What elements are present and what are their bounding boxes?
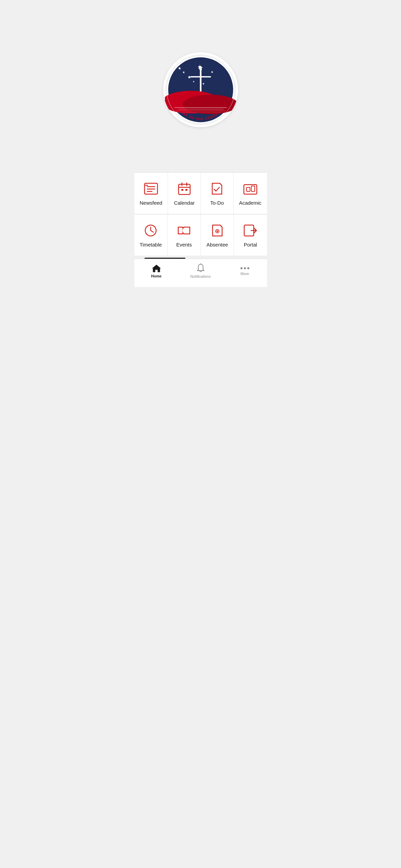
todo-icon (210, 182, 224, 195)
home-nav-label: Home (151, 274, 162, 278)
portal-button[interactable]: Portal (234, 215, 267, 256)
home-icon (152, 264, 161, 273)
nav-notifications[interactable]: Notifications (179, 259, 223, 287)
bell-icon (197, 263, 205, 273)
events-icon (177, 224, 191, 237)
svg-line-40 (151, 231, 153, 232)
more-icon (240, 266, 250, 270)
absentee-button[interactable]: Absentee (201, 215, 234, 256)
bottom-nav: Home Notifications More (134, 259, 267, 287)
svg-text:✦: ✦ (188, 75, 190, 79)
absentee-icon (210, 224, 224, 237)
logo-section: ✦ ✦ ✦ ✦ ✦ NOWRA ANGLI (150, 0, 252, 172)
newsfeed-label: Newsfeed (140, 200, 163, 206)
svg-text:✦: ✦ (198, 66, 202, 71)
grid-row-2: Timetable Events (134, 214, 267, 256)
main-content: ✦ ✦ ✦ ✦ ✦ NOWRA ANGLI (134, 0, 267, 259)
portal-label: Portal (244, 242, 257, 248)
todo-button[interactable]: To-Do (201, 173, 233, 214)
calendar-button[interactable]: Calendar (168, 173, 201, 214)
svg-rect-34 (185, 189, 187, 191)
svg-point-49 (240, 267, 243, 269)
svg-text:✦: ✦ (202, 82, 204, 85)
timetable-icon (144, 224, 158, 237)
academic-icon (243, 182, 257, 195)
svg-point-51 (247, 267, 249, 269)
svg-text:✦: ✦ (192, 80, 195, 83)
more-nav-label: More (240, 272, 249, 276)
newsfeed-icon (144, 182, 158, 195)
svg-point-15 (183, 95, 236, 114)
newsfeed-button[interactable]: Newsfeed (134, 173, 168, 214)
events-button[interactable]: Events (168, 215, 201, 256)
calendar-icon (177, 182, 191, 195)
nav-home[interactable]: Home (134, 259, 179, 287)
svg-point-50 (244, 267, 246, 269)
grid-row-1: Newsfeed Calendar (134, 172, 267, 214)
absentee-label: Absentee (206, 242, 228, 248)
events-label: Events (176, 242, 192, 248)
timetable-label: Timetable (140, 242, 162, 248)
svg-rect-37 (251, 186, 255, 191)
timetable-button[interactable]: Timetable (134, 215, 168, 256)
menu-grid: Newsfeed Calendar (134, 172, 267, 259)
svg-text:✦: ✦ (210, 70, 213, 74)
svg-rect-33 (181, 189, 183, 191)
nav-more[interactable]: More (223, 259, 267, 287)
academic-button[interactable]: Academic (234, 173, 267, 214)
calendar-label: Calendar (174, 200, 195, 206)
portal-icon (243, 224, 257, 237)
svg-rect-36 (247, 187, 250, 191)
academic-label: Academic (239, 200, 262, 206)
todo-label: To-Do (210, 200, 224, 206)
notifications-nav-label: Notifications (190, 274, 211, 278)
college-logo: ✦ ✦ ✦ ✦ ✦ NOWRA ANGLI (163, 52, 238, 127)
svg-rect-29 (179, 184, 190, 194)
